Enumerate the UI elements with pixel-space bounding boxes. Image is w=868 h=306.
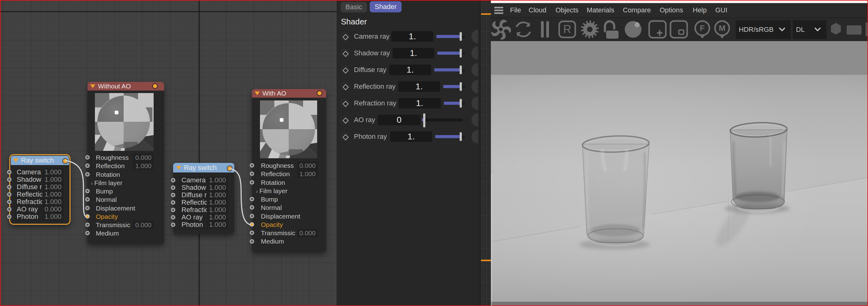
svg-text:M: M bbox=[719, 24, 725, 33]
svg-text:F: F bbox=[700, 24, 705, 33]
svg-text:DL: DL bbox=[796, 26, 805, 33]
svg-text:R: R bbox=[563, 23, 571, 35]
svg-text:HDR/sRGB: HDR/sRGB bbox=[739, 26, 773, 33]
